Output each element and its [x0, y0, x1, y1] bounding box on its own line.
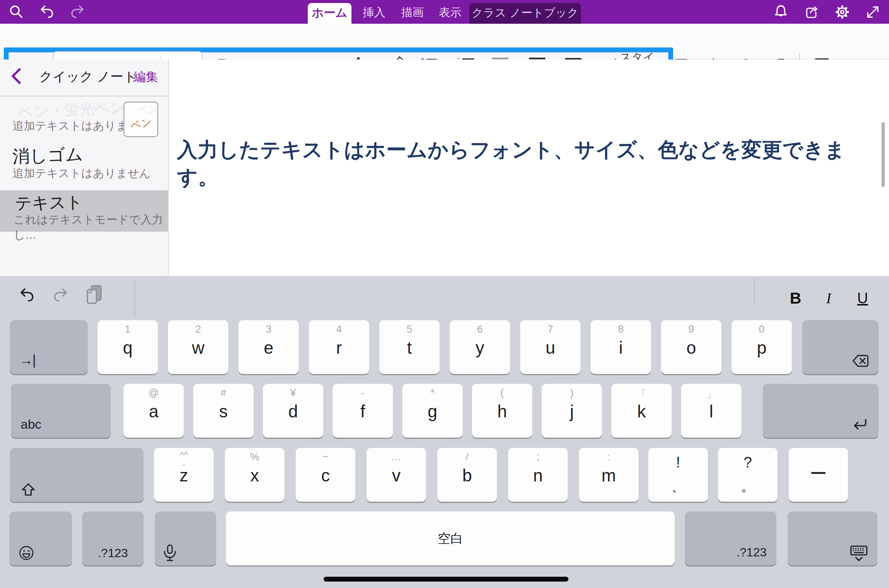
- key-z[interactable]: ^^-z: [154, 448, 214, 502]
- key-y[interactable]: 6y: [450, 320, 510, 374]
- key-dictation[interactable]: [155, 512, 216, 565]
- tab-insert-label: 挿入: [363, 6, 385, 18]
- thumbnail-orange-text: ペン: [129, 115, 153, 133]
- search-icon[interactable]: [8, 4, 24, 20]
- sidebar-title: クイック ノート: [39, 68, 137, 86]
- kb-undo-icon[interactable]: [18, 287, 36, 303]
- key-r[interactable]: 4r: [309, 320, 369, 374]
- tab-class-notebook-label: クラス ノートブック: [472, 6, 579, 19]
- home-indicator[interactable]: [324, 577, 568, 582]
- key-n[interactable]: ;n: [508, 448, 568, 502]
- key-space[interactable]: 空白: [226, 512, 675, 565]
- kb-redo-icon[interactable]: [51, 287, 69, 303]
- numbers-right-label: .?123: [736, 545, 767, 559]
- share-icon[interactable]: [804, 5, 820, 20]
- key-d[interactable]: ¥d: [263, 384, 323, 438]
- redo-icon[interactable]: [69, 4, 86, 20]
- key-v[interactable]: …v: [367, 448, 426, 502]
- thumbnail-faint-text: ペン: [137, 103, 157, 116]
- key-s[interactable]: #s: [193, 384, 254, 438]
- tab-icon: →|: [20, 352, 35, 368]
- key-q[interactable]: 1q: [98, 320, 158, 374]
- list-item-eraser-subtitle: 追加テキストはありません: [12, 166, 151, 181]
- kb-bold-button[interactable]: B: [787, 276, 805, 320]
- key-x[interactable]: %x: [225, 448, 284, 502]
- tab-draw[interactable]: 描画: [397, 0, 428, 24]
- key-question[interactable]: ?。: [718, 448, 777, 502]
- key-p[interactable]: 0p: [732, 320, 792, 374]
- key-l[interactable]: 」l: [681, 384, 741, 438]
- key-shift[interactable]: [10, 448, 144, 502]
- note-canvas[interactable]: 入力したテキストはホームからフォント、サイズ、色などを変更できます。: [169, 60, 889, 276]
- key-o[interactable]: 9o: [661, 320, 721, 374]
- list-item-text-subtitle: これはテキストモードで入力し…: [14, 212, 168, 243]
- list-item-pen-subtitle: 追加テキストはありま…: [12, 118, 139, 134]
- key-c[interactable]: ~c: [296, 448, 355, 502]
- key-dismiss-keyboard[interactable]: [788, 512, 877, 565]
- tab-view-label: 表示: [439, 6, 461, 18]
- return-icon: [852, 418, 868, 432]
- key-t[interactable]: 5t: [379, 320, 440, 374]
- list-item-eraser[interactable]: 消しゴム 追加テキストはありません: [0, 145, 169, 190]
- key-e[interactable]: 3e: [238, 320, 299, 374]
- dismiss-keyboard-icon: [849, 545, 868, 562]
- scrollbar[interactable]: [881, 122, 885, 187]
- accessory-divider-left: [134, 280, 135, 316]
- numbers-label: .?123: [82, 546, 144, 560]
- tab-home[interactable]: ホーム: [308, 3, 351, 24]
- key-abc[interactable]: abc: [11, 384, 111, 438]
- key-b[interactable]: /b: [437, 448, 497, 502]
- key-long-vowel[interactable]: ー: [789, 448, 848, 502]
- note-text[interactable]: 入力したテキストはホームからフォント、サイズ、色などを変更できます。: [177, 136, 881, 191]
- onenote-app: ホーム 挿入 描画 表示 クラス ノートブック ☆ ?: [0, 0, 889, 588]
- tab-view[interactable]: 表示: [435, 0, 465, 24]
- key-i[interactable]: 8i: [591, 320, 651, 374]
- key-k[interactable]: 「k: [611, 384, 672, 438]
- list-item-pen[interactable]: ペン・蛍光ペン 追加テキストはありま… ペン ペン: [0, 96, 169, 145]
- key-emoji[interactable]: [9, 512, 72, 565]
- key-numbers-right[interactable]: .?123: [685, 512, 776, 565]
- settings-icon[interactable]: [834, 4, 851, 20]
- key-numbers-left[interactable]: .?123: [82, 512, 144, 565]
- top-app-bar: ホーム 挿入 描画 表示 クラス ノートブック: [0, 0, 889, 24]
- key-w[interactable]: 2w: [168, 320, 228, 374]
- onscreen-keyboard: B I U →|1q2w3e4r5t6y7u8i9o0pabc@a#s¥d-f*…: [0, 276, 889, 588]
- key-g[interactable]: *g: [402, 384, 463, 438]
- tab-home-label: ホーム: [312, 6, 347, 19]
- back-chevron-icon[interactable]: [11, 68, 21, 84]
- emoji-icon: [18, 545, 34, 561]
- kb-underline-button[interactable]: U: [854, 276, 872, 320]
- kb-paste-icon[interactable]: [85, 284, 104, 305]
- key-j[interactable]: )j: [542, 384, 602, 438]
- backspace-icon: [852, 354, 869, 367]
- page-list-sidebar: クイック ノート 編集 ペン・蛍光ペン 追加テキストはありま… ペン ペン 消し…: [0, 60, 169, 276]
- key-a[interactable]: @a: [124, 384, 184, 438]
- space-label: 空白: [226, 512, 675, 565]
- list-item-text-selected[interactable]: テキスト これはテキストモードで入力し…: [0, 190, 168, 232]
- expand-icon[interactable]: [865, 5, 881, 20]
- key-h[interactable]: (h: [472, 384, 532, 438]
- key-m[interactable]: :m: [579, 448, 638, 502]
- microphone-icon: [163, 544, 177, 562]
- key-u[interactable]: 7u: [520, 320, 580, 374]
- tab-draw-label: 描画: [401, 6, 424, 18]
- tab-insert[interactable]: 挿入: [359, 0, 389, 24]
- tab-class-notebook[interactable]: クラス ノートブック: [469, 3, 581, 24]
- key-backspace[interactable]: [802, 320, 878, 374]
- formatting-toolbar: ☆ ? 游ゴシック 11 B I U abc A: [0, 24, 889, 60]
- key-f[interactable]: -f: [333, 384, 393, 438]
- undo-icon[interactable]: [38, 4, 56, 20]
- page-thumbnail: ペン ペン: [124, 102, 158, 137]
- key-return[interactable]: [763, 384, 878, 438]
- kb-italic-button[interactable]: I: [820, 276, 838, 320]
- key-tab[interactable]: →|: [10, 320, 88, 374]
- key-exclamation[interactable]: !、: [648, 448, 708, 502]
- notifications-icon[interactable]: [773, 4, 789, 20]
- list-item-eraser-title: 消しゴム: [12, 143, 83, 168]
- edit-button[interactable]: 編集: [133, 69, 158, 86]
- list-item-text-title: テキスト: [15, 191, 83, 214]
- abc-label: abc: [21, 417, 41, 432]
- shift-icon: [21, 483, 35, 496]
- accessory-divider-right: [754, 279, 755, 306]
